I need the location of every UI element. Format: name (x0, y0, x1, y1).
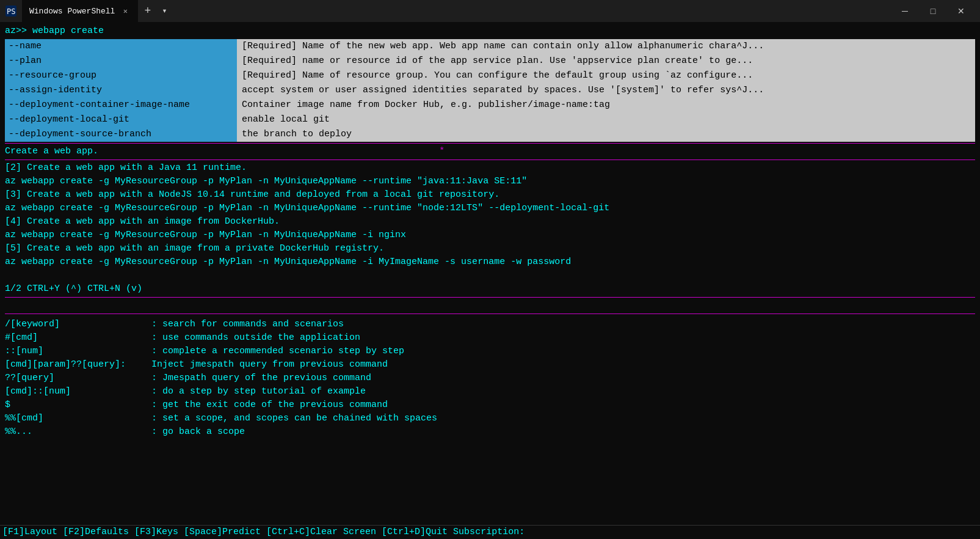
divider-3 (5, 297, 975, 298)
help-desc: : use commands outside the application (151, 331, 360, 345)
help-row: %%...: go back a scope (5, 425, 975, 439)
new-tab-button[interactable]: + (138, 0, 157, 22)
table-cell-right: the branch to deploy (237, 127, 975, 142)
bottom-bar-text: [F1]Layout [F2]Defaults [F3]Keys [Space]… (2, 527, 524, 537)
help-key: [cmd][param]??[query]: (5, 358, 151, 372)
table-row: --plan [Required] name or resource id of… (5, 54, 975, 68)
help-desc: : Jmespath query of the previous command (151, 372, 371, 385)
window-controls: ─ □ ✕ (891, 0, 975, 22)
help-row: ::[num]: complete a recommended scenario… (5, 345, 975, 358)
table-cell-right: [Required] name or resource id of the ap… (237, 54, 975, 68)
table-cell-right: [Required] Name of the new web app. Web … (237, 39, 975, 54)
help-key: ??[query] (5, 372, 151, 385)
blank-line-1 (5, 269, 975, 282)
examples-section: [2] Create a web app with a Java 11 runt… (5, 161, 975, 269)
example-line: [5] Create a web app with an image from … (5, 242, 975, 255)
table-row: --deployment-local-git enable local git (5, 112, 975, 127)
example-line: [3] Create a web app with a NodeJS 10.14… (5, 188, 975, 202)
help-row: %%[cmd]: set a scope, and scopes can be … (5, 412, 975, 425)
table-cell-left[interactable]: --assign-identity (5, 83, 237, 98)
divider-1 (5, 143, 975, 144)
table-row: --assign-identity accept system or user … (5, 83, 975, 98)
blank-line-2 (5, 299, 975, 312)
help-row: [cmd]::[num]: do a step by step tutorial… (5, 385, 975, 398)
tab-label: Windows PowerShell (29, 7, 115, 16)
help-row: $: get the exit code of the previous com… (5, 398, 975, 412)
help-desc: : set a scope, and scopes can be chained… (151, 412, 437, 425)
table-cell-right: [Required] Name of resource group. You c… (237, 68, 975, 83)
maximize-button[interactable]: □ (919, 0, 947, 22)
table-cell-right: enable local git (237, 112, 975, 127)
help-key: /[keyword] (5, 318, 151, 331)
help-desc: : do a step by step tutorial of example (151, 385, 366, 398)
divider-4 (5, 314, 975, 314)
page-indicator: 1/2 CTRL+Y (^) CTRL+N (v) (5, 282, 975, 296)
table-cell-left[interactable]: --deployment-source-branch (5, 127, 237, 142)
example-line: [4] Create a web app with an image from … (5, 215, 975, 229)
table-cell-right: Container image name from Docker Hub, e.… (237, 98, 975, 112)
example-line: az webapp create -g MyResourceGroup -p M… (5, 202, 975, 215)
autocomplete-table: --name [Required] Name of the new web ap… (5, 39, 975, 142)
table-cell-left[interactable]: --resource-group (5, 68, 237, 83)
table-cell-right: accept system or user assigned identitie… (237, 83, 975, 98)
help-key: %%[cmd] (5, 412, 151, 425)
help-key: [cmd]::[num] (5, 385, 151, 398)
help-desc: : get the exit code of the previous comm… (151, 398, 388, 412)
description-text: Create a web app. (5, 146, 98, 156)
table-cell-left[interactable]: --deployment-container-image-name (5, 98, 237, 112)
table-cell-left[interactable]: --deployment-local-git (5, 112, 237, 127)
help-row: #[cmd]: use commands outside the applica… (5, 331, 975, 345)
help-desc: : search for commands and scenarios (151, 318, 344, 331)
help-desc: : complete a recommended scenario step b… (151, 345, 404, 358)
help-desc: Inject jmespath query from previous comm… (151, 358, 388, 372)
help-row: [cmd][param]??[query]:Inject jmespath qu… (5, 358, 975, 372)
help-key: $ (5, 398, 151, 412)
table-cell-left[interactable]: --plan (5, 54, 237, 68)
help-key: ::[num] (5, 345, 151, 358)
table-row: --name [Required] Name of the new web ap… (5, 39, 975, 54)
help-row: ??[query]: Jmespath query of the previou… (5, 372, 975, 385)
help-row: /[keyword]: search for commands and scen… (5, 318, 975, 331)
example-line: az webapp create -g MyResourceGroup -p M… (5, 229, 975, 242)
titlebar: PS Windows PowerShell ✕ + ▾ ─ □ ✕ (0, 0, 980, 22)
command-line: az>> webapp create (5, 24, 975, 38)
help-desc: : go back a scope (151, 425, 245, 439)
tab-close-button[interactable]: ✕ (120, 6, 131, 16)
prompt: az>> (5, 26, 32, 36)
description-line: Create a web app. * (5, 145, 975, 158)
command: webapp create (32, 26, 104, 36)
table-row: --deployment-source-branch the branch to… (5, 127, 975, 142)
bottom-bar: [F1]Layout [F2]Defaults [F3]Keys [Space]… (0, 525, 980, 539)
example-line: [2] Create a web app with a Java 11 runt… (5, 161, 975, 175)
minimize-button[interactable]: ─ (891, 0, 919, 22)
tab-dropdown-button[interactable]: ▾ (157, 0, 172, 22)
close-button[interactable]: ✕ (947, 0, 975, 22)
example-line: az webapp create -g MyResourceGroup -p M… (5, 175, 975, 188)
terminal[interactable]: az>> webapp create --name [Required] Nam… (0, 22, 980, 539)
help-key: %%... (5, 425, 151, 439)
tab-powershell[interactable]: Windows PowerShell ✕ (22, 0, 138, 22)
example-line: az webapp create -g MyResourceGroup -p M… (5, 255, 975, 269)
star-indicator: * (439, 146, 445, 156)
tab-area: Windows PowerShell ✕ + ▾ (22, 0, 891, 22)
svg-text:PS: PS (7, 7, 15, 16)
table-row: --resource-group [Required] Name of reso… (5, 68, 975, 83)
table-cell-left[interactable]: --name (5, 39, 237, 54)
help-key: #[cmd] (5, 331, 151, 345)
divider-2 (5, 160, 975, 160)
app-icon: PS (5, 5, 17, 17)
table-row: --deployment-container-image-name Contai… (5, 98, 975, 112)
help-section: /[keyword]: search for commands and scen… (5, 318, 975, 439)
